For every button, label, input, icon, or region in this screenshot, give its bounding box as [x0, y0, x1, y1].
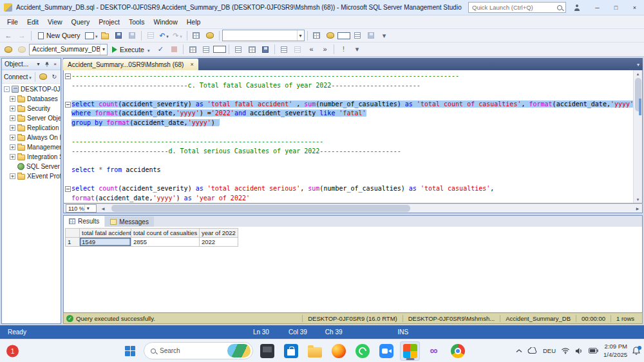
expand-icon[interactable]: +: [10, 96, 15, 102]
save-all-icon[interactable]: [126, 30, 138, 41]
taskbar-corner-icon[interactable]: 1: [6, 345, 19, 357]
tree-item-replication[interactable]: +Replication: [2, 123, 61, 133]
menu-item-edit[interactable]: Edit: [23, 16, 43, 28]
results-to-text-icon[interactable]: [232, 44, 245, 55]
scroll-left-icon[interactable]: [99, 206, 108, 211]
taskbar-clock[interactable]: 2:09 PM 1/4/2025: [603, 343, 627, 359]
expand-icon[interactable]: +: [10, 115, 15, 121]
quick-launch-box[interactable]: [468, 2, 566, 13]
menu-item-window[interactable]: Window: [149, 16, 182, 28]
search-highlight-image[interactable]: [227, 344, 251, 357]
scroll-right-icon[interactable]: [633, 206, 642, 211]
code-line[interactable]: [64, 175, 633, 185]
sql-editor[interactable]: ----------------------------------------…: [63, 70, 643, 204]
save-icon[interactable]: [112, 30, 125, 41]
print-icon[interactable]: [144, 30, 157, 41]
code-line[interactable]: -------------------------d. Total seriou…: [64, 147, 633, 157]
tab-close-icon[interactable]: ×: [190, 61, 193, 68]
close-button[interactable]: ×: [625, 0, 644, 15]
menu-item-query[interactable]: Query: [67, 16, 95, 28]
redo-icon[interactable]: ↷: [171, 30, 184, 41]
disconnect-icon[interactable]: [39, 71, 48, 82]
code-line[interactable]: select count(accident_severity) as 'tota…: [64, 184, 633, 194]
comment-icon[interactable]: [278, 44, 290, 55]
code-line[interactable]: [64, 128, 633, 138]
code-line[interactable]: ----------------------------------------…: [64, 71, 633, 81]
intellisense-icon[interactable]: [213, 44, 226, 55]
grid-column-header[interactable]: year of 2022: [200, 229, 238, 238]
close-icon[interactable]: ×: [51, 60, 59, 69]
vertical-scrollbar[interactable]: [633, 70, 642, 203]
connect-database-icon[interactable]: [2, 44, 15, 55]
grid-cell[interactable]: 1549: [80, 238, 131, 247]
toolbar-combo[interactable]: [222, 30, 305, 41]
registered-servers-icon[interactable]: [204, 30, 216, 41]
active-app-icon[interactable]: [400, 341, 420, 361]
language-indicator[interactable]: DEU: [543, 347, 556, 354]
horizontal-scroll-thumb[interactable]: [111, 205, 410, 212]
grid-cell[interactable]: 2022: [200, 238, 238, 247]
open-file-icon[interactable]: [99, 30, 111, 41]
fold-collapse-icon[interactable]: [64, 100, 71, 110]
change-connection-icon[interactable]: [15, 44, 28, 55]
store-app-icon[interactable]: [281, 341, 301, 361]
horizontal-scrollbar[interactable]: [108, 205, 632, 212]
collapse-icon[interactable]: -: [4, 86, 10, 92]
activity-monitor-icon[interactable]: [190, 30, 203, 41]
grid-column-header[interactable]: total fatal accident: [80, 229, 131, 238]
toolbar-options-icon[interactable]: ▾: [350, 44, 363, 55]
tree-item-xevent-profil[interactable]: +XEvent Profil...: [2, 171, 61, 181]
decrease-indent-icon[interactable]: «: [305, 44, 317, 55]
pin-icon[interactable]: [43, 60, 51, 69]
visual-studio-icon[interactable]: [424, 341, 444, 361]
nav-forward-icon[interactable]: →: [15, 30, 28, 41]
expand-icon[interactable]: +: [10, 125, 15, 131]
notifications-icon[interactable]: [632, 347, 640, 355]
browser-app-icon[interactable]: [328, 341, 348, 361]
maximize-button[interactable]: □: [607, 0, 625, 15]
expand-icon[interactable]: +: [10, 144, 15, 150]
chrome-icon[interactable]: [448, 341, 468, 361]
scroll-up-icon[interactable]: [634, 70, 642, 77]
query-options-icon[interactable]: [200, 44, 213, 55]
template-explorer-icon[interactable]: [337, 30, 350, 41]
taskbar-search[interactable]: Search: [144, 342, 253, 359]
code-line[interactable]: format(accident_date,'yyyy') as 'year of…: [64, 194, 633, 203]
grid-corner-cell[interactable]: [66, 229, 80, 238]
wifi-icon[interactable]: [561, 347, 570, 354]
uncomment-icon[interactable]: [291, 44, 304, 55]
refresh-icon[interactable]: ↻: [50, 71, 59, 82]
tab-messages[interactable]: Messages: [105, 216, 154, 227]
undo-icon[interactable]: ↶: [158, 30, 171, 41]
start-button[interactable]: [120, 341, 140, 361]
solution-explorer-icon[interactable]: [310, 30, 323, 41]
zoom-selector[interactable]: 110 %: [66, 204, 97, 213]
menu-item-help[interactable]: Help: [182, 16, 205, 28]
execute-button[interactable]: Execute: [108, 44, 153, 55]
tab-results[interactable]: Results: [64, 216, 104, 227]
battery-icon[interactable]: [589, 348, 598, 354]
quick-launch-input[interactable]: [472, 4, 554, 11]
properties-window-icon[interactable]: [351, 30, 364, 41]
expand-icon[interactable]: +: [10, 154, 15, 160]
grid-row-header[interactable]: 1: [66, 238, 80, 247]
tree-item-always-on-h[interactable]: +Always On H...: [2, 133, 61, 142]
object-explorer-icon[interactable]: [324, 30, 337, 41]
estimated-plan-icon[interactable]: [186, 44, 199, 55]
zoom-icon[interactable]: [376, 341, 396, 361]
code-line[interactable]: group by format(accident_date,'yyyy'): [64, 119, 633, 128]
menu-item-file[interactable]: File: [3, 16, 23, 28]
sqlcmd-mode-icon[interactable]: !: [337, 44, 350, 55]
volume-icon[interactable]: [575, 347, 583, 355]
tree-item-sql-server-a[interactable]: SQL Server A...: [2, 162, 61, 171]
whatsapp-icon[interactable]: [352, 341, 372, 361]
grid-cell[interactable]: 2855: [131, 238, 200, 247]
code-line[interactable]: ----------------------------------------…: [64, 137, 633, 147]
code-line[interactable]: [64, 156, 633, 166]
tree-item-security[interactable]: +Security: [2, 104, 61, 113]
connect-button[interactable]: Connect: [4, 73, 32, 81]
window-position-icon[interactable]: ▾: [34, 60, 43, 69]
fold-collapse-icon[interactable]: [64, 71, 71, 81]
code-line[interactable]: select * from accidents: [64, 166, 633, 175]
chevron-up-icon[interactable]: [516, 349, 522, 353]
